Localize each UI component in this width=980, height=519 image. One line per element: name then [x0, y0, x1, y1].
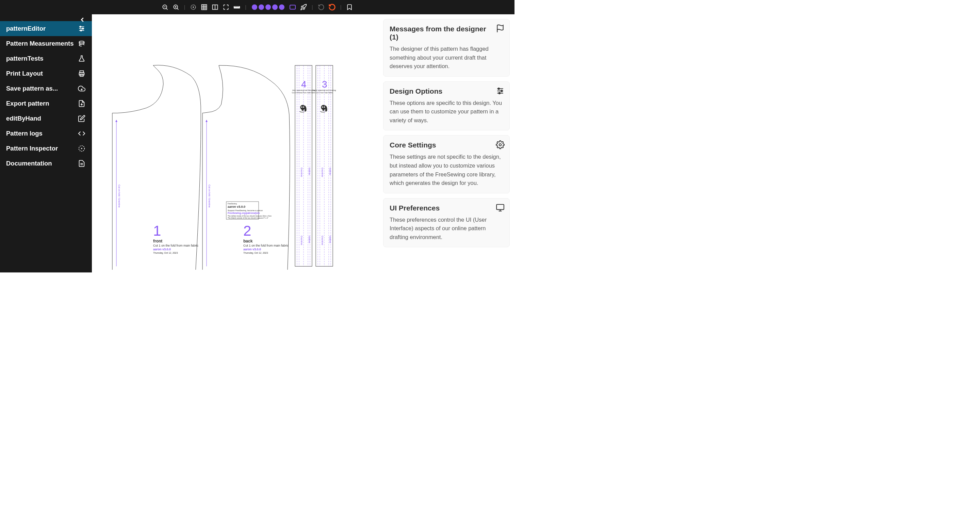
- color-dots[interactable]: [252, 5, 285, 10]
- sidebar-label: Print Layout: [6, 70, 43, 77]
- edit-icon: [78, 115, 86, 123]
- svg-text:Grainline: Grainline: [321, 236, 324, 245]
- code-icon: [78, 129, 86, 137]
- card-design-options[interactable]: Design Options These options are specifi…: [383, 81, 510, 131]
- piece-date: Thursday, Oct 12, 2023: [153, 252, 178, 254]
- svg-point-26: [82, 28, 84, 29]
- sidebar-item-edit[interactable]: editByHand: [0, 111, 92, 126]
- card-core-settings[interactable]: Core Settings These settings are not spe…: [383, 135, 510, 193]
- piece-version: aaron v3.0.0: [243, 248, 261, 251]
- svg-text:foldline: foldline: [329, 236, 331, 243]
- card-messages[interactable]: Messages from the designer (1) The desig…: [383, 19, 510, 77]
- svg-point-8: [193, 6, 194, 8]
- dot-2[interactable]: [259, 5, 264, 10]
- sidebar-item-inspector[interactable]: Pattern Inspector: [0, 141, 92, 156]
- download-icon: [78, 99, 86, 108]
- focus-icon: [78, 144, 86, 153]
- flask-icon: [78, 54, 86, 63]
- card-body: These options are specific to this desig…: [390, 99, 503, 125]
- piece-name: Arm opening knit binding: [292, 89, 315, 91]
- sidebar-label: patternEditor: [6, 25, 46, 32]
- dot-5[interactable]: [279, 5, 285, 10]
- svg-rect-19: [237, 6, 237, 7]
- toolbar-separator: |: [245, 5, 247, 10]
- doc-icon: [78, 160, 86, 168]
- undo-grey-button[interactable]: [317, 2, 326, 12]
- monitor-icon: [496, 203, 504, 212]
- sidebar-item-print[interactable]: Print Layout: [0, 66, 92, 81]
- bookmark-button[interactable]: [345, 2, 354, 12]
- svg-point-73: [499, 144, 501, 146]
- svg-rect-9: [202, 5, 207, 10]
- piece-cut: Cut 1 from main fabric: [316, 92, 333, 94]
- svg-rect-17: [235, 6, 235, 7]
- sidebar-label: Pattern Inspector: [6, 145, 58, 152]
- piece-date: Thursday, Oct 12, 2023: [243, 252, 268, 254]
- svg-point-71: [501, 90, 502, 92]
- piece-number: 3: [322, 79, 327, 89]
- rect-tool-button[interactable]: [288, 2, 298, 12]
- piece-number: 2: [243, 223, 251, 239]
- svg-rect-20: [237, 6, 238, 7]
- svg-point-28: [79, 41, 84, 43]
- sidebar-item-export[interactable]: Export pattern: [0, 96, 92, 111]
- flag-icon: [496, 24, 504, 33]
- zoom-in-button[interactable]: [171, 2, 181, 12]
- dot-4[interactable]: [272, 5, 278, 10]
- toolbar-separator: |: [312, 5, 313, 10]
- svg-point-27: [80, 30, 82, 31]
- svg-text:Grainline: Grainline: [301, 236, 303, 245]
- sidebar-collapse-button[interactable]: [76, 14, 89, 26]
- sidebar-item-docs[interactable]: Documentation: [0, 156, 92, 171]
- pattern-canvas[interactable]: Cut on fold / Grainline 1 front Cut 1 on…: [92, 14, 379, 272]
- grid-button[interactable]: [199, 2, 209, 12]
- svg-text:foldline: foldline: [308, 236, 311, 243]
- sidebar-label: Save pattern as...: [6, 85, 58, 92]
- piece-cut: Cut 2 mirrored from main fabric: [292, 92, 315, 94]
- sidebar-label: Export pattern: [6, 100, 49, 107]
- card-body: These preferences control the UI (User I…: [390, 216, 503, 242]
- ruler-button[interactable]: [232, 2, 242, 12]
- sidebar-label: Pattern Measurements: [6, 40, 73, 47]
- svg-point-72: [499, 92, 500, 94]
- piece-cut: Cut 1 on the fold from main fabric: [153, 244, 199, 247]
- card-title: UI Preferences: [390, 204, 503, 212]
- sliders-icon: [496, 86, 504, 95]
- svg-point-25: [80, 26, 81, 27]
- zoom-out-button[interactable]: [160, 2, 170, 12]
- dot-1[interactable]: [252, 5, 257, 10]
- sidebar-item-logs[interactable]: Pattern logs: [0, 126, 92, 141]
- toolbar-separator: |: [340, 5, 342, 10]
- sidebar-item-tests[interactable]: patternTests: [0, 51, 92, 66]
- card-title: Messages from the designer (1): [390, 25, 503, 41]
- svg-text:foldline: foldline: [329, 168, 331, 175]
- sidebar-item-measurements[interactable]: Pattern Measurements: [0, 36, 92, 51]
- rocket-button[interactable]: [299, 2, 308, 12]
- svg-line-6: [177, 8, 178, 10]
- piece-number: 1: [153, 223, 161, 239]
- spool-icon: [78, 40, 86, 48]
- right-panel: Messages from the designer (1) The desig…: [379, 14, 514, 272]
- undo-orange-button[interactable]: [327, 2, 337, 12]
- card-title: Design Options: [390, 87, 503, 95]
- piece-name: Neck opening knit binding: [313, 89, 336, 91]
- piece-version: aaron v3.0.0: [153, 248, 171, 251]
- sidebar-label: patternTests: [6, 55, 43, 62]
- infobox-link: FreeSewing.org/patrons/join: [228, 212, 260, 214]
- infobox-support: Support FreeSewing, become a patron: [228, 209, 263, 211]
- printer-icon: [78, 69, 86, 78]
- svg-rect-18: [236, 6, 236, 7]
- sidebar-label: editByHand: [6, 115, 41, 122]
- svg-text:Grainline: Grainline: [301, 168, 303, 177]
- svg-text:foldline: foldline: [308, 168, 311, 175]
- card-ui-prefs[interactable]: UI Preferences These preferences control…: [383, 198, 510, 248]
- svg-rect-21: [239, 6, 239, 7]
- dot-3[interactable]: [266, 5, 271, 10]
- expand-button[interactable]: [221, 2, 231, 12]
- pattern-svg: Cut on fold / Grainline 1 front Cut 1 on…: [92, 14, 379, 272]
- sidebar-label: Documentation: [6, 160, 52, 167]
- sidebar-item-save[interactable]: Save pattern as...: [0, 81, 92, 96]
- target-button[interactable]: [189, 2, 198, 12]
- split-view-button[interactable]: [210, 2, 220, 12]
- infobox-brand: FreeSewing: [228, 203, 237, 205]
